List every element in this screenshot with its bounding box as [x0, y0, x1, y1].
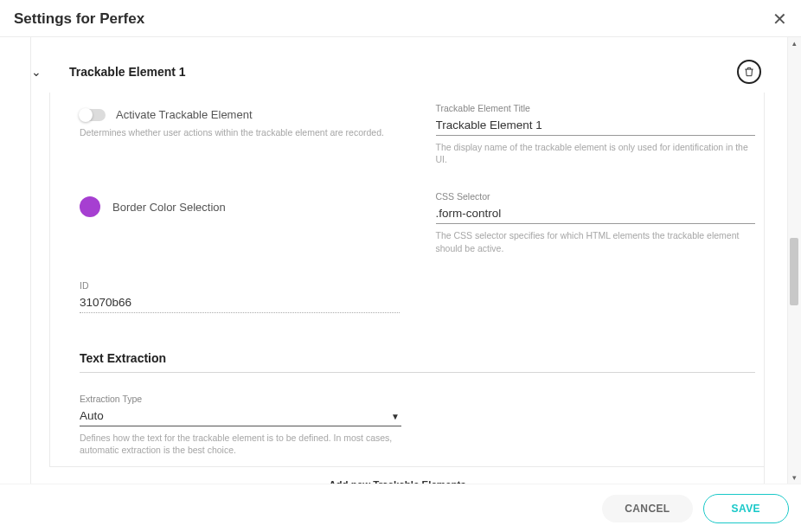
css-field-label: CSS Selector	[436, 191, 756, 202]
border-color-label: Border Color Selection	[112, 201, 226, 214]
title-input[interactable]	[436, 115, 756, 136]
content-wrap: ⌄ Trackable Element 1	[0, 37, 801, 484]
panel-header: ⌄ Trackable Element 1	[43, 37, 765, 93]
delete-button[interactable]	[737, 60, 761, 84]
extraction-type-group: Extraction Type Auto ▼ Defines how the t…	[80, 394, 401, 456]
id-field-label: ID	[80, 280, 400, 291]
col-css: CSS Selector The CSS selector specifies …	[436, 165, 756, 253]
trash-icon	[743, 66, 755, 78]
panel-header-left: ⌄ Trackable Element 1	[43, 65, 186, 79]
extraction-type-select-wrap: Auto ▼	[80, 406, 401, 426]
extraction-type-help: Defines how the text for the trackable e…	[80, 432, 401, 456]
row-id: ID	[80, 254, 755, 313]
title-field-label: Trackable Element Title	[436, 103, 756, 113]
col-activate: Activate Trackable Element Determines wh…	[80, 103, 400, 165]
cancel-button[interactable]: CANCEL	[602, 495, 692, 522]
col-title: Trackable Element Title The display name…	[436, 103, 756, 165]
activate-toggle-row: Activate Trackable Element	[80, 108, 400, 121]
row-color-css: Border Color Selection CSS Selector The …	[80, 165, 755, 253]
activate-toggle-label: Activate Trackable Element	[116, 108, 253, 121]
extraction-type-label: Extraction Type	[80, 394, 401, 404]
toggle-knob	[79, 108, 93, 122]
border-color-swatch[interactable]	[80, 196, 100, 217]
extraction-type-select[interactable]: Auto	[80, 406, 401, 426]
chevron-down-icon[interactable]: ⌄	[31, 65, 42, 79]
row-activate-title: Activate Trackable Element Determines wh…	[80, 103, 755, 165]
save-button[interactable]: SAVE	[703, 494, 789, 523]
col-id-spacer	[436, 254, 756, 313]
add-new-section: Add new Trackable Elements +	[30, 467, 765, 484]
panel-body: Activate Trackable Element Determines wh…	[49, 93, 764, 466]
css-help: The CSS selector specifies for which HTM…	[436, 229, 756, 253]
border-color-row: Border Color Selection	[80, 196, 400, 217]
modal-footer: CANCEL SAVE	[0, 484, 801, 532]
close-icon[interactable]: ✕	[772, 10, 787, 28]
panel-body-outer: Activate Trackable Element Determines wh…	[49, 93, 765, 467]
col-id: ID	[80, 254, 400, 313]
panel-title: Trackable Element 1	[69, 65, 186, 79]
title-field-group: Trackable Element Title The display name…	[436, 103, 756, 165]
modal-header: Settings for Perfex ✕	[0, 0, 801, 37]
css-field-group: CSS Selector The CSS selector specifies …	[436, 191, 756, 253]
activate-help: Determines whether user actions within t…	[80, 126, 400, 138]
activate-toggle[interactable]	[80, 109, 106, 121]
col-color: Border Color Selection	[80, 165, 400, 253]
scrollbar-thumb[interactable]	[790, 238, 798, 305]
css-selector-input[interactable]	[436, 203, 756, 224]
id-input[interactable]	[80, 292, 400, 313]
scroll-up-icon[interactable]: ▴	[788, 39, 801, 48]
id-field-group: ID	[80, 280, 400, 313]
modal-title: Settings for Perfex	[14, 10, 144, 28]
scrollbar[interactable]: ▴ ▾	[787, 37, 801, 484]
content-area: ⌄ Trackable Element 1	[0, 37, 787, 484]
title-help: The display name of the trackable elemen…	[436, 141, 756, 165]
trackable-element-panel: ⌄ Trackable Element 1	[30, 37, 765, 467]
scroll-down-icon[interactable]: ▾	[788, 473, 801, 482]
text-extraction-heading: Text Extraction	[80, 351, 755, 373]
